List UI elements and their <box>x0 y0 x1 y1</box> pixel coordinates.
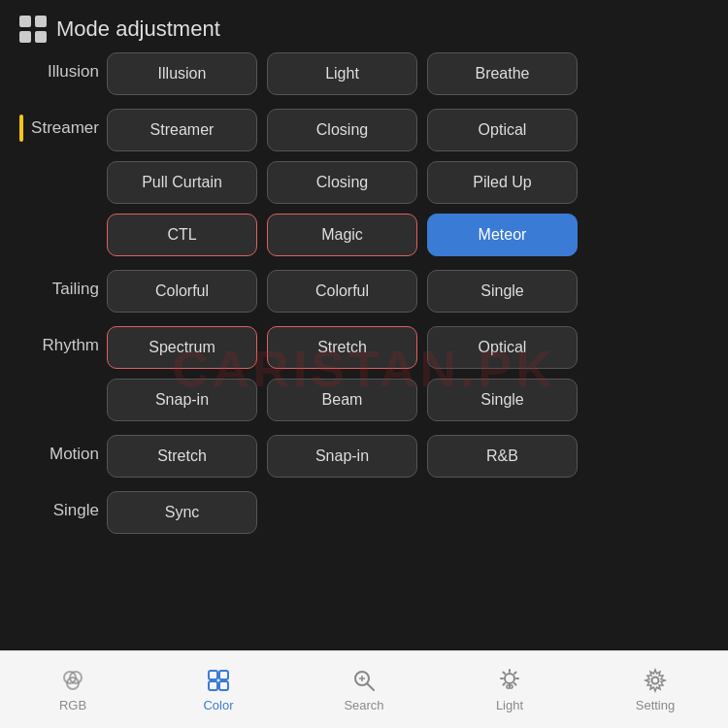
nav-label-setting: Setting <box>636 698 675 712</box>
mode-row-streamer: Strea­merStreamerClosingOpticalPull Curt… <box>19 109 709 256</box>
svg-point-21 <box>652 678 659 684</box>
btn-rhythm-optical-2[interactable]: Optical <box>427 326 578 369</box>
btn-rhythm-stretch-1[interactable]: Stretch <box>267 326 417 369</box>
btn-streamer-streamer-0[interactable]: Streamer <box>107 109 257 151</box>
btn-rhythm-beam-4[interactable]: Beam <box>267 379 417 421</box>
nav-item-rgb[interactable]: RGB <box>0 667 146 712</box>
btn-streamer-closing-1[interactable]: Closing <box>267 109 417 151</box>
btn-streamer-piled-up-5[interactable]: Piled Up <box>427 161 578 204</box>
mode-row-single: SingleSync <box>19 491 709 534</box>
svg-point-11 <box>505 674 514 683</box>
btn-rhythm-spectrum-0[interactable]: Spectrum <box>107 326 257 369</box>
btn-streamer-optical-2[interactable]: Optical <box>427 109 578 151</box>
buttons-group-rhythm: SpectrumStretchOpticalSnap-inBeamSingle <box>107 326 709 421</box>
page-header: Mode adjustment <box>0 0 728 52</box>
search-icon <box>350 667 378 694</box>
buttons-group-motion: StretchSnap-inR&B <box>107 435 709 478</box>
yellow-bar <box>19 115 23 142</box>
svg-line-18 <box>514 673 516 675</box>
mode-row-illusion: IllusionIllusionLightBreathe <box>19 52 709 95</box>
row-label-motion: Motion <box>19 435 107 464</box>
btn-streamer-pull-curtain-3[interactable]: Pull Curtain <box>107 161 257 204</box>
row-label-text: Rhythm <box>42 336 99 354</box>
btn-streamer-magic-7[interactable]: Magic <box>267 214 417 256</box>
btn-rhythm-single-5[interactable]: Single <box>427 379 578 421</box>
svg-rect-5 <box>209 681 217 690</box>
svg-line-17 <box>514 683 516 685</box>
nav-label-search: Search <box>344 698 383 712</box>
row-label-text: Single <box>53 501 99 519</box>
setting-icon <box>642 667 669 694</box>
page-title: Mode adjustment <box>56 17 220 42</box>
btn-illusion-light-1[interactable]: Light <box>267 52 417 95</box>
nav-item-setting[interactable]: Setting <box>582 667 728 712</box>
row-label-streamer: Strea­mer <box>19 109 107 138</box>
svg-rect-6 <box>219 681 228 690</box>
btn-motion-stretch-0[interactable]: Stretch <box>107 435 257 478</box>
color-icon <box>205 667 232 694</box>
row-label-tailing: Tailing <box>19 270 107 299</box>
btn-rhythm-snap-in-3[interactable]: Snap-in <box>107 379 257 421</box>
row-label-illusion: Illusion <box>19 52 107 82</box>
rgb-icon <box>59 667 86 694</box>
svg-line-8 <box>368 684 375 691</box>
buttons-group-illusion: IllusionLightBreathe <box>107 52 709 95</box>
svg-rect-4 <box>219 671 228 679</box>
btn-streamer-ctl-6[interactable]: CTL <box>107 214 257 256</box>
nav-label-color: Color <box>203 698 233 712</box>
nav-label-light: Light <box>496 698 523 712</box>
btn-motion-r&b-2[interactable]: R&B <box>427 435 578 478</box>
nav-item-light[interactable]: Light <box>437 667 582 712</box>
btn-illusion-breathe-2[interactable]: Breathe <box>427 52 578 95</box>
btn-tailing-colorful-1[interactable]: Colorful <box>267 270 417 313</box>
nav-label-rgb: RGB <box>59 698 86 712</box>
buttons-group-single: Sync <box>107 491 709 534</box>
row-label-text: Illusion <box>48 62 99 81</box>
nav-item-color[interactable]: Color <box>146 667 291 712</box>
row-label-text: Strea­mer <box>31 118 99 138</box>
btn-tailing-colorful-0[interactable]: Colorful <box>107 270 257 313</box>
btn-single-sync-0[interactable]: Sync <box>107 491 257 534</box>
buttons-group-streamer: StreamerClosingOpticalPull CurtainClosin… <box>107 109 709 256</box>
buttons-group-tailing: ColorfulColorfulSingle <box>107 270 709 313</box>
svg-line-19 <box>504 683 506 685</box>
row-label-text: Tailing <box>52 280 99 298</box>
row-label-rhythm: Rhythm <box>19 326 107 355</box>
btn-illusion-illusion-0[interactable]: Illusion <box>107 52 257 95</box>
light-icon <box>496 667 523 694</box>
btn-streamer-closing-4[interactable]: Closing <box>267 161 417 204</box>
row-label-text: Motion <box>50 445 99 463</box>
row-label-single: Single <box>19 491 107 520</box>
mode-content: IllusionIllusionLightBreatheStrea­merStr… <box>0 52 728 534</box>
bottom-nav: RGB Color Search Light Setting <box>0 650 728 728</box>
svg-line-16 <box>504 673 506 675</box>
btn-tailing-single-2[interactable]: Single <box>427 270 578 313</box>
grid-icon <box>19 16 47 43</box>
nav-item-search[interactable]: Search <box>291 667 437 712</box>
mode-row-motion: MotionStretchSnap-inR&B <box>19 435 709 478</box>
btn-streamer-meteor-8[interactable]: Meteor <box>427 214 578 256</box>
btn-motion-snap-in-1[interactable]: Snap-in <box>267 435 417 478</box>
mode-row-rhythm: RhythmSpectrumStretchOpticalSnap-inBeamS… <box>19 326 709 421</box>
mode-row-tailing: TailingColorfulColorfulSingle <box>19 270 709 313</box>
svg-rect-3 <box>209 671 217 679</box>
